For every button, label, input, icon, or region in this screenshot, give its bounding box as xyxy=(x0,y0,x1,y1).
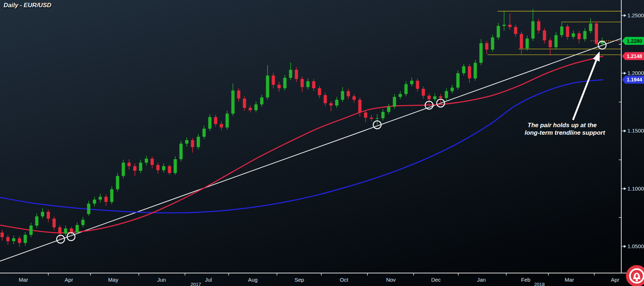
bull-candle xyxy=(531,21,535,39)
axes-layer: 1.25001.20001.15001.10001.05001.22801.21… xyxy=(0,0,644,286)
bull-candle xyxy=(462,66,466,73)
trendline-annotation: The pair holds up at the long-term trend… xyxy=(525,52,605,136)
bull-candle xyxy=(41,212,44,216)
annotation-text-line1: The pair holds up at the xyxy=(528,122,597,129)
bull-candle xyxy=(405,84,408,94)
long-term-trendline[interactable] xyxy=(0,39,621,261)
month-label: Jan xyxy=(477,277,486,283)
bear-candle xyxy=(53,219,56,227)
month-label: Dec xyxy=(431,277,441,283)
ma-blue-line xyxy=(0,80,603,213)
bull-candle xyxy=(162,166,166,170)
bull-candle xyxy=(451,88,454,91)
bull-candle xyxy=(226,113,229,127)
y-tick-arrow-icon xyxy=(624,14,626,17)
bear-candle xyxy=(151,158,154,165)
current-price-badge: 1.2280 xyxy=(622,37,644,45)
bull-candle xyxy=(497,26,500,37)
bear-candle xyxy=(70,228,73,232)
month-label: Jul xyxy=(205,277,212,283)
bull-candle xyxy=(399,94,402,97)
bull-candle xyxy=(30,225,33,235)
bear-candle xyxy=(133,166,137,171)
bull-candle xyxy=(35,216,39,226)
bear-candle xyxy=(485,43,489,50)
bull-candle xyxy=(393,97,396,107)
month-label: Jun xyxy=(157,277,166,283)
bull-candle xyxy=(526,39,529,48)
chart-canvas[interactable]: 1.25001.20001.15001.10001.05001.22801.21… xyxy=(0,0,644,286)
chart-title: Daily - EUR/USD xyxy=(4,2,51,9)
bear-candle xyxy=(370,118,373,119)
bull-candle xyxy=(145,158,148,162)
bull-candle xyxy=(433,96,437,99)
bear-candle xyxy=(549,40,552,47)
bull-candle xyxy=(306,81,310,87)
bear-candle xyxy=(1,233,4,237)
bull-candle xyxy=(174,159,177,173)
bear-candle xyxy=(543,31,546,40)
bear-candle xyxy=(47,212,50,219)
bear-candle xyxy=(353,96,356,100)
bull-candle xyxy=(341,91,344,100)
bear-candle xyxy=(324,95,327,103)
bull-candle xyxy=(81,220,85,225)
bull-candle xyxy=(99,197,102,200)
bear-candle xyxy=(514,27,517,34)
overlay-lines-layer xyxy=(0,11,621,261)
bull-candle xyxy=(376,118,379,119)
bear-candle xyxy=(318,88,321,95)
bull-candle xyxy=(24,235,27,243)
bear-candle xyxy=(416,81,419,89)
year-label: 2017 xyxy=(191,282,201,286)
bull-candle xyxy=(491,37,494,50)
month-label: Apr xyxy=(611,277,619,283)
bear-candle xyxy=(249,108,252,110)
price-badge-value: 1.1944 xyxy=(627,77,642,82)
y-axis-label: 1.2000 xyxy=(627,70,644,76)
bear-candle xyxy=(156,165,160,170)
bear-candle xyxy=(358,100,362,112)
annotation-arrow-shaft xyxy=(573,60,596,120)
month-label: Feb xyxy=(521,277,530,283)
annotation-text-line2: long-term trendline support xyxy=(525,129,605,136)
month-label: Mar xyxy=(565,277,574,283)
bear-candle xyxy=(330,103,333,106)
chart-window: 1.25001.20001.15001.10001.05001.22801.21… xyxy=(0,0,644,286)
bear-candle xyxy=(520,34,523,48)
bull-candle xyxy=(381,112,385,119)
year-label: 2018 xyxy=(534,282,545,286)
annotation-arrow-head xyxy=(593,52,600,62)
bear-candle xyxy=(58,227,62,234)
red-ma-badge: 1.2148 xyxy=(622,52,644,60)
bear-candle xyxy=(312,81,316,88)
bull-candle xyxy=(87,204,91,214)
forexlive-logo-icon xyxy=(626,265,644,286)
bull-candle xyxy=(555,35,558,47)
price-badge-value: 1.2148 xyxy=(627,53,642,59)
month-label: Mar xyxy=(19,277,28,283)
y-tick-arrow-icon xyxy=(624,129,626,132)
bull-candle xyxy=(387,107,391,112)
bull-candle xyxy=(110,189,114,202)
y-axis-label: 1.2500 xyxy=(627,12,644,18)
bear-candle xyxy=(422,89,425,96)
bull-candle xyxy=(445,91,448,98)
bear-candle xyxy=(439,96,442,98)
bear-candle xyxy=(578,33,581,39)
bull-candle xyxy=(335,100,339,106)
bear-candle xyxy=(220,124,223,128)
y-tick-arrow-icon xyxy=(624,245,626,248)
bear-candle xyxy=(566,26,569,37)
bull-candle xyxy=(480,43,483,63)
bull-candle xyxy=(122,163,125,176)
bull-candle xyxy=(266,76,269,98)
bear-candle xyxy=(295,70,298,79)
bull-candle xyxy=(283,78,287,88)
bull-candle xyxy=(203,129,206,137)
bear-candle xyxy=(105,197,108,202)
bull-candle xyxy=(139,163,142,171)
bull-candle xyxy=(93,200,96,204)
month-label: Sep xyxy=(295,277,304,283)
bull-candle xyxy=(197,137,200,147)
